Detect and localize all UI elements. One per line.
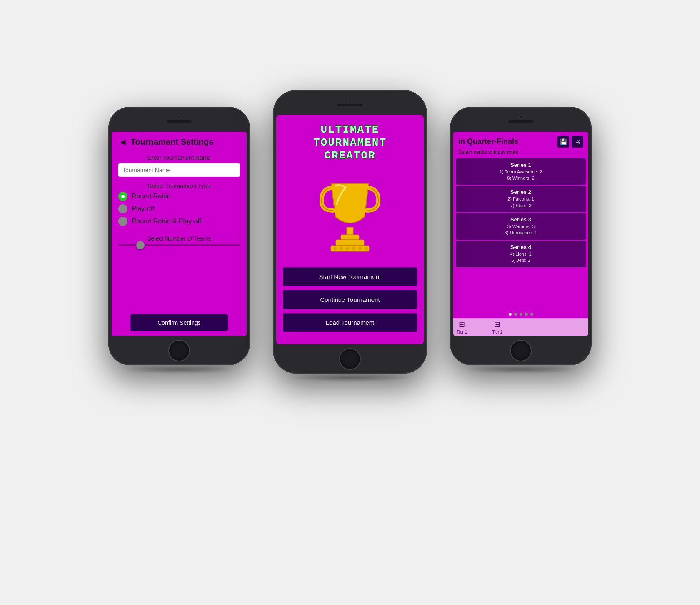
start-new-tournament-button[interactable]: Start New Tournament — [283, 267, 417, 286]
dot-3 — [520, 313, 522, 316]
type-label: Select Tournament Type — [118, 183, 240, 189]
dot-4 — [525, 313, 528, 316]
series-4-team2: 5) Jets: 2 — [461, 257, 581, 264]
tournament-name-input[interactable] — [118, 163, 240, 177]
tab-tier1[interactable]: ⊞ Tier 1 — [457, 320, 467, 334]
series-card-3[interactable]: Series 3 3) Warriors: 3 6) Hurricanes: 1 — [456, 213, 586, 240]
back-arrow-icon[interactable]: ◄ — [118, 137, 128, 148]
phone-center-speaker — [338, 104, 362, 106]
phone-right-home-button[interactable] — [510, 340, 532, 361]
radio-round-robin-label: Round Robin — [132, 193, 170, 200]
bracket-screen: in Quarter-Finals 💾 🖨 Select series to i… — [453, 132, 588, 336]
series-card-2[interactable]: Series 2 2) Falcons: 1 7) Stars: 3 — [456, 186, 586, 212]
phone-left-bottom — [108, 336, 250, 365]
phone-right-speaker — [508, 120, 533, 123]
series-card-4[interactable]: Series 4 4) Lions: 1 5) Jets: 2 — [456, 241, 586, 267]
tier2-label: Tier 2 — [492, 330, 502, 334]
home-screen: ULTIMATE TOURNAMENT CREATOR — [276, 115, 424, 344]
phone-right-top — [450, 107, 592, 132]
series-4-title: Series 4 — [461, 244, 581, 250]
bracket-header-icons: 💾 🖨 — [558, 136, 583, 148]
phone-left-home-button[interactable] — [168, 340, 190, 361]
phone-left: ◄ Tournament Settings Enter Tournament N… — [108, 107, 250, 365]
phone-left-speaker — [167, 120, 192, 123]
series-1-team2: 8) Winners: 2 — [461, 175, 581, 181]
bracket-tabs: ⊞ Tier 1 ⊟ Tier 2 — [453, 318, 588, 336]
series-2-team1: 2) Falcons: 1 — [461, 196, 581, 202]
phone-right: in Quarter-Finals 💾 🖨 Select series to i… — [450, 107, 592, 365]
teams-label: Select Number of Teams — [118, 235, 240, 242]
series-3-team2: 6) Hurricanes: 1 — [461, 230, 581, 236]
slider-track[interactable] — [118, 244, 240, 246]
confirm-button[interactable]: Confirm Settings — [130, 314, 228, 331]
phone-left-top — [108, 107, 250, 132]
series-2-title: Series 2 — [461, 189, 581, 195]
radio-round-robin-playoff[interactable]: Round Robin & Play-off — [118, 217, 240, 226]
series-card-1[interactable]: Series 1 1) Team Awesome: 2 8) Winners: … — [456, 158, 586, 185]
app-title: ULTIMATE TOURNAMENT CREATOR — [313, 123, 387, 163]
tier1-label: Tier 1 — [457, 330, 467, 334]
tier1-icon: ⊞ — [459, 320, 465, 329]
continue-tournament-button[interactable]: Continue Tournament — [283, 290, 417, 309]
series-3-title: Series 3 — [461, 216, 581, 223]
settings-header: ◄ Tournament Settings — [118, 137, 240, 148]
bracket-subtitle: Select series to input score — [453, 149, 588, 158]
phone-center-home-button[interactable] — [339, 348, 361, 370]
print-icon[interactable]: 🖨 — [572, 136, 583, 148]
settings-screen: ◄ Tournament Settings Enter Tournament N… — [112, 132, 247, 336]
radio-rrp-label: Round Robin & Play-off — [132, 218, 201, 225]
phone-left-camera — [178, 115, 181, 119]
trophy-icon — [312, 175, 388, 259]
phone-center-top — [273, 90, 427, 115]
tier2-icon: ⊟ — [494, 320, 500, 329]
series-3-team1: 3) Warriors: 3 — [461, 223, 581, 230]
dot-5 — [530, 313, 533, 316]
home-buttons: Start New Tournament Continue Tournament… — [283, 267, 417, 336]
name-label: Enter Tournament Name — [118, 154, 240, 161]
series-list: Series 1 1) Team Awesome: 2 8) Winners: … — [453, 158, 588, 310]
dot-1 — [509, 313, 512, 316]
phone-right-camera — [519, 115, 522, 119]
load-tournament-button[interactable]: Load Tournament — [283, 313, 417, 332]
series-1-team1: 1) Team Awesome: 2 — [461, 169, 581, 175]
type-section: Select Tournament Type Round Robin Play-… — [118, 183, 240, 226]
series-4-team1: 4) Lions: 1 — [461, 251, 581, 257]
teams-section: Select Number of Teams — [118, 235, 240, 246]
radio-round-robin-circle — [118, 192, 128, 201]
phone-center-bottom — [273, 344, 427, 374]
name-section: Enter Tournament Name — [118, 154, 240, 177]
series-2-team2: 7) Stars: 3 — [461, 203, 581, 209]
phone-left-screen: ◄ Tournament Settings Enter Tournament N… — [112, 132, 247, 336]
phone-center-camera — [348, 99, 352, 102]
radio-playoff-circle — [118, 204, 128, 213]
radio-rrp-circle — [118, 217, 128, 226]
series-1-title: Series 1 — [461, 162, 581, 168]
dot-2 — [514, 313, 517, 316]
phone-right-screen: in Quarter-Finals 💾 🖨 Select series to i… — [453, 132, 588, 336]
svg-rect-0 — [347, 227, 353, 235]
pagination-dots — [453, 310, 588, 318]
trophy-container — [312, 166, 388, 267]
tab-tier2[interactable]: ⊟ Tier 2 — [492, 320, 502, 334]
scene: ◄ Tournament Settings Enter Tournament N… — [100, 73, 600, 532]
save-icon[interactable]: 💾 — [558, 136, 569, 148]
phone-center-screen: ULTIMATE TOURNAMENT CREATOR — [276, 115, 424, 344]
bracket-header: in Quarter-Finals 💾 🖨 — [453, 132, 588, 149]
slider-thumb[interactable] — [136, 241, 145, 249]
svg-rect-2 — [336, 240, 364, 246]
radio-group: Round Robin Play-off Round Robin & Play-… — [118, 192, 240, 226]
phone-right-bottom — [450, 336, 592, 365]
svg-rect-1 — [341, 235, 359, 240]
radio-round-robin[interactable]: Round Robin — [118, 192, 240, 201]
phone-center: ULTIMATE TOURNAMENT CREATOR — [273, 90, 427, 374]
radio-playoff[interactable]: Play-off — [118, 204, 240, 213]
settings-title: Tournament Settings — [131, 137, 214, 147]
bracket-title: in Quarter-Finals — [458, 137, 518, 146]
radio-playoff-label: Play-off — [132, 205, 154, 213]
